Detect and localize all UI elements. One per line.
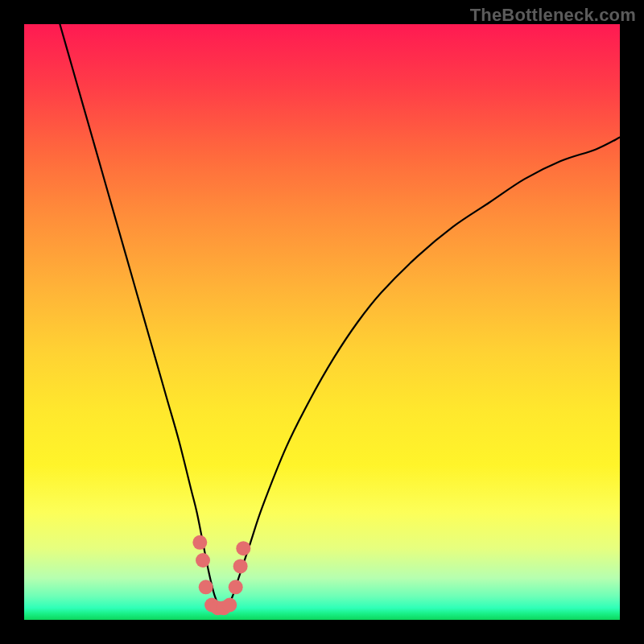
curve-marker [236, 541, 250, 555]
curve-marker [222, 598, 237, 613]
curve-marker [199, 580, 213, 594]
curve-marker [233, 559, 248, 573]
curve-marker [196, 553, 210, 568]
curve-marker [229, 580, 243, 594]
curve-markers [192, 535, 250, 615]
bottleneck-curve [60, 24, 620, 609]
bottleneck-curve-svg [24, 24, 620, 620]
curve-marker [192, 535, 207, 550]
plot-area [24, 24, 620, 620]
watermark-label: TheBottleneck.com [470, 5, 636, 26]
chart-frame: TheBottleneck.com [0, 0, 644, 644]
